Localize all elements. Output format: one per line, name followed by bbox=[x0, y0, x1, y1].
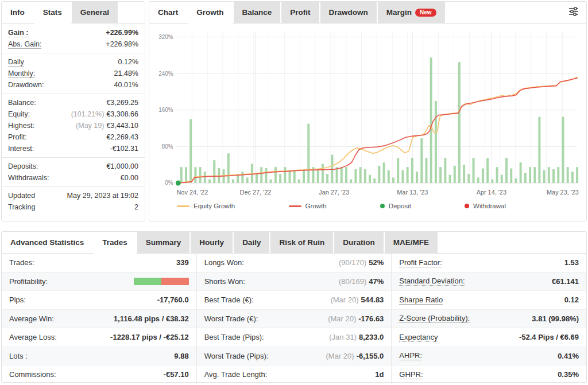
tab-info[interactable]: Info bbox=[2, 2, 33, 23]
table-row-best-trade-pips: Best Trade (Pips):(Jan 31)8,233.0 bbox=[197, 328, 392, 347]
withdrawals-label: Withdrawals: bbox=[8, 174, 49, 182]
stat-row-drawdown: Drawdown:40.01% bbox=[2, 79, 145, 91]
equity-growth-swatch bbox=[177, 205, 189, 207]
divider bbox=[2, 186, 145, 187]
account-stat-rows: Gain :+226.99% Abs. Gain:+226.98% Daily0… bbox=[2, 24, 145, 213]
growth-chart-card: Chart Growth Balance Profit Drawdown Mar… bbox=[149, 1, 587, 221]
tab-profit[interactable]: Profit bbox=[281, 2, 319, 23]
tab-risk-of-ruin[interactable]: Risk of Ruin bbox=[270, 232, 333, 253]
stat-row-tracking: Tracking2 bbox=[2, 201, 145, 213]
tab-trades[interactable]: Trades bbox=[94, 232, 136, 254]
abs-gain-value: +226.98% bbox=[106, 40, 138, 48]
table-row-sharpe-ratio: Sharpe Ratio0.12 bbox=[392, 291, 586, 310]
table-row-worst-trade-eur: Worst Trade (€):(Mar 20)-176.63 bbox=[197, 310, 392, 329]
balance-label: Balance: bbox=[8, 99, 36, 107]
table-row-commissions: Commissions:-€57.10 bbox=[2, 365, 196, 384]
advanced-statistics-title: Advanced Statistics bbox=[2, 232, 92, 253]
tab-mae-mfe[interactable]: MAE/MFE bbox=[385, 232, 438, 253]
legend-equity-growth[interactable]: Equity Growth bbox=[177, 203, 235, 209]
stat-row-abs-gain: Abs. Gain:+226.98% bbox=[2, 38, 145, 50]
monthly-label[interactable]: Monthly: bbox=[8, 69, 35, 78]
table-row-profitability: Profitability: bbox=[2, 273, 196, 291]
drawdown-value: 40.01% bbox=[114, 81, 138, 89]
tab-drawdown[interactable]: Drawdown bbox=[320, 2, 377, 23]
legend-growth[interactable]: Growth bbox=[289, 203, 327, 209]
table-row-avg-trade-length: Avg. Trade Length:1d bbox=[197, 365, 392, 384]
svg-text:80%: 80% bbox=[162, 143, 173, 150]
table-row-ahpr: AHPR:0.41% bbox=[392, 347, 586, 366]
stat-row-interest: Interest:-€102.31 bbox=[2, 143, 145, 154]
stats-card-tabbar: Info Stats General bbox=[2, 2, 145, 24]
withdrawals-value: €0.00 bbox=[121, 174, 138, 182]
chart-settings-button[interactable] bbox=[561, 2, 586, 23]
tab-hourly[interactable]: Hourly bbox=[191, 232, 233, 253]
divider bbox=[2, 157, 145, 158]
growth-chart-svg: Nov 24, '22Dec 27, '22Jan 27, '23Mar 13,… bbox=[150, 27, 583, 199]
deposits-label: Deposits: bbox=[8, 162, 38, 170]
equity-value: (101.21%)€3,308.66 bbox=[71, 110, 138, 118]
daily-label[interactable]: Daily bbox=[8, 58, 24, 67]
svg-text:Nov 24, '22: Nov 24, '22 bbox=[177, 189, 208, 196]
interest-label: Interest: bbox=[8, 145, 34, 153]
svg-text:May 23, '23: May 23, '23 bbox=[547, 189, 579, 196]
monthly-value: 21.48% bbox=[114, 69, 138, 77]
table-row-longs-won: Longs Won:(90/170)52% bbox=[197, 254, 392, 273]
updated-value: May 29, 2023 at 19:02 bbox=[67, 192, 138, 200]
tab-daily[interactable]: Daily bbox=[234, 232, 269, 253]
svg-text:320%: 320% bbox=[158, 34, 173, 40]
table-row-z-score: Z-Score (Probability):3.81 (99.98%) bbox=[392, 310, 586, 329]
divider bbox=[2, 94, 145, 94]
daily-value: 0.12% bbox=[118, 58, 138, 66]
table-row-standard-deviation: Standard Deviation:€61.141 bbox=[392, 273, 586, 291]
table-row-shorts-won: Shorts Won:(80/169)47% bbox=[197, 273, 392, 291]
growth-chart[interactable]: Nov 24, '22Dec 27, '22Jan 27, '23Mar 13,… bbox=[149, 24, 586, 199]
table-row-lots: Lots :9.88 bbox=[2, 347, 196, 366]
gain-label[interactable]: Gain : bbox=[8, 29, 28, 37]
stat-row-profit: Profit:€2,269.43 bbox=[2, 131, 145, 143]
tab-summary[interactable]: Summary bbox=[137, 232, 190, 253]
legend-deposit[interactable]: Deposit bbox=[380, 203, 411, 209]
svg-text:Jan 27, '23: Jan 27, '23 bbox=[319, 189, 349, 196]
stat-row-gain: Gain :+226.99% bbox=[2, 27, 145, 38]
divider bbox=[2, 53, 145, 53]
stat-row-deposits: Deposits:€1,000.00 bbox=[2, 161, 145, 172]
tab-chart[interactable]: Chart bbox=[149, 2, 187, 23]
interest-value: -€102.31 bbox=[110, 145, 138, 153]
tab-balance[interactable]: Balance bbox=[234, 2, 281, 23]
profit-value: €2,269.43 bbox=[106, 133, 138, 141]
profitability-bar bbox=[134, 278, 189, 285]
legend-withdrawal[interactable]: Withdrawal bbox=[465, 203, 506, 209]
tab-stats[interactable]: Stats bbox=[34, 2, 71, 24]
svg-text:160%: 160% bbox=[158, 107, 173, 113]
tracking-value: 2 bbox=[134, 203, 138, 211]
svg-text:240%: 240% bbox=[158, 71, 173, 77]
tracking-label: Tracking bbox=[8, 203, 35, 211]
equity-label: Equity: bbox=[8, 110, 30, 118]
drawdown-label: Drawdown: bbox=[8, 81, 44, 89]
abs-gain-label[interactable]: Abs. Gain: bbox=[8, 40, 41, 49]
stat-row-updated: UpdatedMay 29, 2023 at 19:02 bbox=[2, 190, 145, 201]
stat-row-balance: Balance:€3,269.25 bbox=[2, 97, 145, 108]
stats-column-2: Longs Won:(90/170)52% Shorts Won:(80/169… bbox=[196, 254, 392, 384]
table-row-ghpr: GHPR:0.35% bbox=[392, 365, 586, 384]
table-row-best-trade-eur: Best Trade (€):(Mar 20)544.83 bbox=[197, 291, 392, 310]
tab-margin[interactable]: MarginNew bbox=[378, 2, 445, 23]
stat-row-daily: Daily0.12% bbox=[2, 56, 145, 68]
stat-row-withdrawals: Withdrawals:€0.00 bbox=[2, 172, 145, 184]
tab-duration[interactable]: Duration bbox=[334, 232, 384, 253]
stats-column-3: Profit Factor:1.53 Standard Deviation:€6… bbox=[391, 254, 586, 384]
profitability-loss-segment bbox=[161, 278, 189, 285]
gain-value: +226.99% bbox=[106, 29, 138, 37]
chart-card-tabbar: Chart Growth Balance Profit Drawdown Mar… bbox=[149, 2, 586, 24]
stats-column-1: Trades:339 Profitability: Pips:-17,760.0… bbox=[2, 254, 196, 384]
trades-stats-grid: Trades:339 Profitability: Pips:-17,760.0… bbox=[2, 254, 586, 384]
deposit-swatch bbox=[380, 204, 385, 208]
highest-label: Highest: bbox=[8, 122, 34, 130]
account-stats-card: Info Stats General Gain :+226.99% Abs. G… bbox=[1, 1, 145, 221]
tab-growth[interactable]: Growth bbox=[188, 2, 232, 24]
table-row-profit-factor: Profit Factor:1.53 bbox=[392, 254, 586, 273]
profitability-win-segment bbox=[134, 278, 161, 285]
tab-general[interactable]: General bbox=[72, 2, 118, 23]
growth-swatch bbox=[289, 205, 301, 207]
new-badge: New bbox=[415, 9, 436, 17]
